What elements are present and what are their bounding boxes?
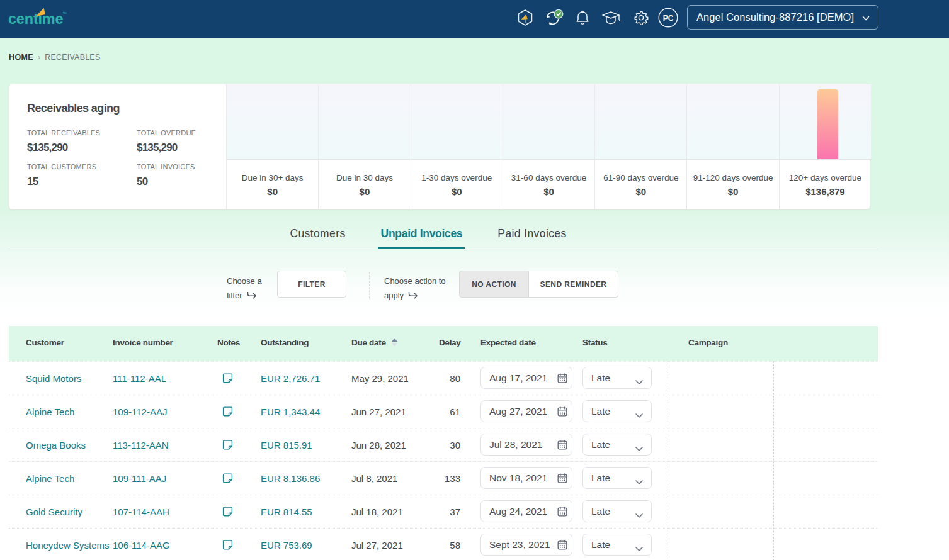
svg-text:centime: centime <box>8 11 64 27</box>
svg-text:PC: PC <box>663 14 674 23</box>
svg-text:™: ™ <box>62 11 67 16</box>
